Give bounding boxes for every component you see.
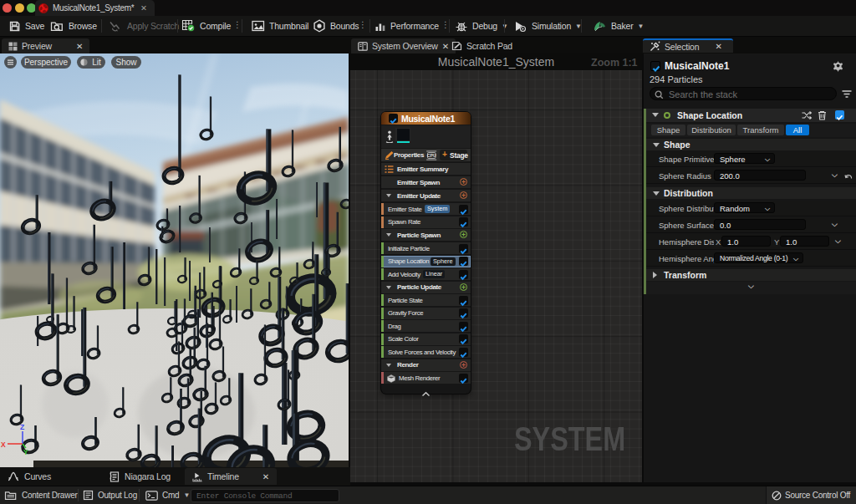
- svg-text:X: X: [1, 440, 6, 449]
- svg-text:CPU: CPU: [427, 153, 436, 158]
- svg-text:Y: Y: [23, 448, 28, 456]
- svg-text:Z: Z: [20, 423, 24, 431]
